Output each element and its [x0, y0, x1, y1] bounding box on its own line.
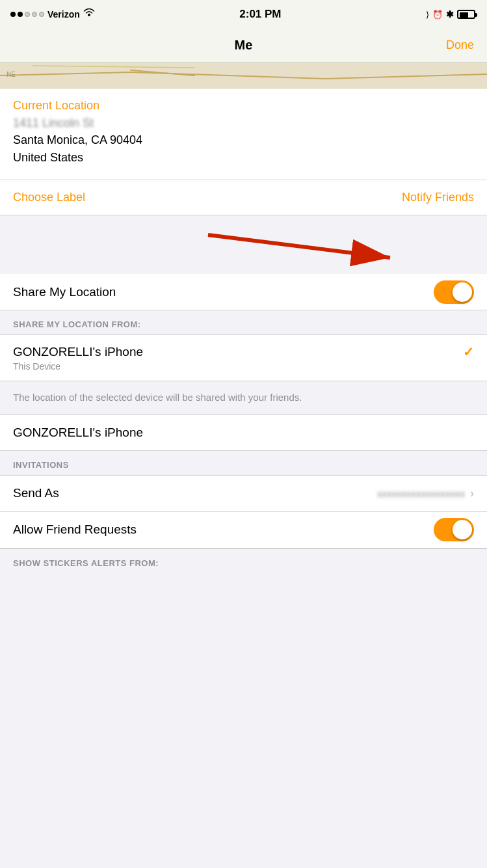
battery-indicator: [457, 10, 477, 19]
allow-friend-requests-label: Allow Friend Requests: [13, 522, 137, 537]
share-location-section: Share My Location: [0, 274, 487, 310]
notify-friends-button[interactable]: Notify Friends: [402, 191, 474, 204]
svg-text:NE: NE: [7, 71, 16, 78]
share-location-toggle[interactable]: [434, 280, 474, 304]
signal-dot-3: [25, 12, 30, 17]
map-strip: NE: [0, 62, 487, 88]
info-text-section: The location of the selected device will…: [0, 381, 487, 415]
signal-dot-5: [39, 12, 44, 17]
address-line2: United States: [13, 149, 474, 167]
signal-dot-2: [18, 12, 23, 17]
status-bar: Verizon 2:01 PM ⟩ ⏰ ✱: [0, 0, 487, 29]
choose-label-button[interactable]: Choose Label: [13, 191, 85, 204]
status-left: Verizon: [10, 8, 95, 20]
address-line1: Santa Monica, CA 90404: [13, 131, 474, 149]
location-icon: ⟩: [426, 10, 429, 20]
signal-dots: [10, 12, 44, 17]
done-button[interactable]: Done: [446, 38, 474, 52]
send-as-label: Send As: [13, 486, 78, 500]
invitations-header: INVITATIONS: [0, 451, 487, 476]
allow-friend-requests-toggle[interactable]: [434, 518, 474, 541]
status-time: 2:01 PM: [239, 8, 281, 21]
navigation-bar: Me Done: [0, 29, 487, 62]
device-sub-1: This Device: [13, 361, 474, 372]
show-stickers-header: SHOW STICKERS ALERTS FROM:: [0, 549, 487, 577]
share-location-row: Share My Location: [0, 274, 487, 310]
share-from-header: SHARE MY LOCATION FROM:: [0, 310, 487, 335]
device-name-1: GONZORELLI's iPhone ✓: [13, 344, 474, 360]
wifi-icon: [83, 8, 95, 20]
page-title: Me: [235, 38, 253, 53]
address-redacted-line: 1411 Lincoln St: [13, 116, 474, 130]
share-location-label: Share My Location: [13, 285, 116, 299]
device-row-1[interactable]: GONZORELLI's iPhone ✓ This Device: [0, 335, 487, 381]
current-location-label: Current Location: [13, 99, 474, 113]
svg-line-7: [208, 235, 390, 258]
checkmark-icon: ✓: [463, 344, 474, 360]
send-as-row[interactable]: Send As xxxxxxxxxxxxxxxxxx ›: [0, 476, 487, 512]
toggle-thumb: [453, 282, 472, 302]
chevron-right-icon: ›: [470, 487, 474, 500]
info-text: The location of the selected device will…: [13, 390, 474, 405]
bottom-section: SHOW STICKERS ALERTS FROM:: [0, 549, 487, 601]
location-section: Current Location 1411 Lincoln St Santa M…: [0, 88, 487, 180]
device-name-2: GONZORELLI's iPhone: [13, 426, 474, 440]
device-row-2[interactable]: GONZORELLI's iPhone: [0, 415, 487, 451]
allow-toggle-thumb: [453, 520, 472, 539]
arrow-annotation-area: [0, 215, 487, 274]
allow-friend-requests-row: Allow Friend Requests: [0, 512, 487, 549]
signal-dot-4: [32, 12, 37, 17]
action-row: Choose Label Notify Friends: [0, 180, 487, 215]
carrier-label: Verizon: [47, 9, 80, 20]
alarm-icon: ⏰: [432, 10, 443, 20]
bluetooth-icon: ✱: [446, 9, 454, 20]
send-as-value: xxxxxxxxxxxxxxxxxx: [78, 488, 465, 499]
status-right: ⟩ ⏰ ✱: [426, 9, 477, 20]
signal-dot-1: [10, 12, 16, 17]
